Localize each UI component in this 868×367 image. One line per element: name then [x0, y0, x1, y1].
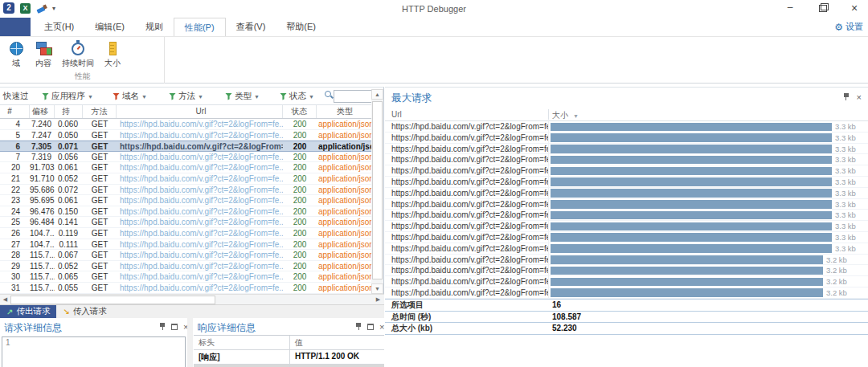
request-row[interactable]: 31115.7...0.055GEThttps://hpd.baidu.com/…	[0, 283, 372, 294]
cell-offset: 96.476	[30, 206, 55, 217]
search-input[interactable]	[334, 90, 374, 103]
pin-icon[interactable]	[843, 93, 850, 101]
cell-size: 3.2 kb	[548, 287, 868, 298]
request-row[interactable]: 28115.7...0.067GEThttps://hpd.baidu.com/…	[0, 250, 372, 261]
request-row[interactable]: 26104.7...0.119GEThttps://hpd.baidu.com/…	[0, 228, 372, 239]
largest-request-row[interactable]: https://hpd.baidu.com/v.gif?ct=2&logFrom…	[385, 232, 868, 243]
largest-request-row[interactable]: https://hpd.baidu.com/v.gif?ct=2&logFrom…	[385, 276, 868, 287]
column-header-4[interactable]: Url	[117, 105, 283, 118]
column-header-1[interactable]: 偏移	[30, 105, 55, 118]
largest-request-row[interactable]: https://hpd.baidu.com/v.gif?ct=2&logFrom…	[385, 177, 868, 188]
scroll-left-icon[interactable]: ◀	[0, 295, 10, 304]
file-menu-button[interactable]	[0, 18, 31, 36]
largest-request-row[interactable]: https://hpd.baidu.com/v.gif?ct=2&logFrom…	[385, 199, 868, 210]
column-header-6[interactable]: 类型	[317, 105, 372, 118]
ribbon-button-2[interactable]: 持续时间	[59, 39, 96, 71]
request-row[interactable]: 2395.6950.061GEThttps://hpd.baidu.com/v.…	[0, 195, 372, 206]
largest-request-row[interactable]: https://hpd.baidu.com/v.gif?ct=2&logFrom…	[385, 121, 868, 133]
largest-request-row[interactable]: https://hpd.baidu.com/v.gif?ct=2&logFrom…	[385, 154, 868, 165]
request-row[interactable]: 2091.7030.061GEThttps://hpd.baidu.com/v.…	[0, 162, 372, 173]
menu-tab-3[interactable]: 性能(P)	[174, 18, 226, 36]
close-icon[interactable]	[857, 94, 862, 100]
filter-button-4[interactable]: 状态	[280, 91, 314, 102]
column-header-2[interactable]: 持续...	[55, 105, 83, 118]
filter-button-0[interactable]: 应用程序	[42, 91, 93, 102]
request-row[interactable]: 67.3050.071GEThttps://hpd.baidu.com/v.gi…	[0, 141, 372, 152]
funnel-icon	[169, 93, 176, 100]
menu-tab-2[interactable]: 规则	[135, 18, 174, 36]
largest-request-row[interactable]: https://hpd.baidu.com/v.gif?ct=2&logFrom…	[385, 133, 868, 144]
largest-request-row[interactable]: https://hpd.baidu.com/v.gif?ct=2&logFrom…	[385, 210, 868, 221]
column-header-5[interactable]: 状态	[283, 105, 317, 118]
request-row[interactable]: 30115.7...0.065GEThttps://hpd.baidu.com/…	[0, 271, 372, 283]
maximize-icon[interactable]	[367, 324, 374, 330]
request-row[interactable]: 2295.6860.072GEThttps://hpd.baidu.com/v.…	[0, 185, 372, 196]
response-header-row[interactable]: [响应]HTTP/1.1 200 OK	[194, 350, 384, 365]
restore-icon[interactable]	[817, 2, 828, 14]
filter-button-2[interactable]: 方法	[169, 91, 203, 102]
tab-outgoing-requests[interactable]: 传出请求	[0, 305, 56, 318]
request-row[interactable]: 27104.7...0.111GEThttps://hpd.baidu.com/…	[0, 239, 372, 251]
cell-method: GET	[83, 228, 117, 239]
request-row[interactable]: 57.2470.050GEThttps://hpd.baidu.com/v.gi…	[0, 130, 372, 141]
vertical-scrollbar[interactable]: ▲ ▼	[371, 89, 383, 294]
size-label: 3.2 kb	[826, 255, 847, 266]
request-details-content[interactable]: 1	[2, 336, 186, 367]
request-row[interactable]: 77.3190.056GEThttps://hpd.baidu.com/v.gi…	[0, 152, 372, 163]
vertical-scroll-thumb[interactable]	[372, 101, 383, 279]
scroll-right-icon[interactable]: ▶	[373, 295, 383, 304]
cell-size: 3.3 kb	[548, 154, 868, 165]
scroll-down-icon[interactable]: ▼	[371, 283, 383, 294]
menu-tab-5[interactable]: 帮助(E)	[276, 18, 326, 36]
request-row[interactable]: 29115.7...0.052GEThttps://hpd.baidu.com/…	[0, 261, 372, 272]
request-row[interactable]: 2596.4840.141GEThttps://hpd.baidu.com/v.…	[0, 217, 372, 228]
cell-url: https://hpd.baidu.com/v.gif?ct=2&logFrom…	[385, 255, 548, 265]
minimize-icon[interactable]	[784, 2, 796, 14]
ribbon-button-0[interactable]: 域	[5, 39, 27, 71]
column-header-3[interactable]: 方法	[83, 105, 117, 118]
pin-icon[interactable]	[355, 323, 362, 331]
http-debugger-window: HTTP Debugger 主页(H)编辑(E)规则性能(P)查看(V)帮助(E…	[0, 0, 868, 367]
largest-request-row[interactable]: https://hpd.baidu.com/v.gif?ct=2&logFrom…	[385, 165, 868, 177]
filter-button-3[interactable]: 类型	[225, 91, 260, 102]
largest-request-row[interactable]: https://hpd.baidu.com/v.gif?ct=2&logFrom…	[385, 243, 868, 255]
request-row[interactable]: 2496.4760.150GEThttps://hpd.baidu.com/v.…	[0, 206, 372, 218]
cell-size: 3.2 kb	[548, 255, 868, 265]
menu-tab-0[interactable]: 主页(H)	[34, 18, 84, 36]
main-area: 快速过 应用程序域名方法类型状态 #偏移持续...方法Url状态类型 47.24…	[0, 87, 868, 367]
settings-button[interactable]: 设置	[834, 21, 863, 33]
tab-incoming-requests[interactable]: 传入请求	[56, 305, 113, 318]
largest-request-row[interactable]: https://hpd.baidu.com/v.gif?ct=2&logFrom…	[385, 188, 868, 199]
scroll-up-icon[interactable]: ▲	[371, 89, 383, 100]
request-row[interactable]: 47.2400.060GEThttps://hpd.baidu.com/v.gi…	[0, 119, 372, 130]
size-column-header[interactable]: 大小	[552, 110, 579, 121]
search-icon	[325, 91, 331, 97]
size-label: 3.3 kb	[835, 188, 856, 199]
filter-button-1[interactable]: 域名	[113, 91, 147, 102]
close-icon[interactable]	[849, 2, 860, 14]
cell-type: application/json	[317, 250, 372, 260]
size-label: 3.3 kb	[835, 199, 856, 210]
horizontal-scrollbar[interactable]: ◀ ▶	[0, 294, 384, 304]
url-column-header[interactable]: Url	[391, 110, 402, 119]
cell-num: 24	[0, 206, 30, 217]
menu-tab-1[interactable]: 编辑(E)	[84, 18, 135, 36]
request-row[interactable]: 2191.7100.052GEThttps://hpd.baidu.com/v.…	[0, 173, 372, 185]
largest-request-row[interactable]: https://hpd.baidu.com/v.gif?ct=2&logFrom…	[385, 144, 868, 155]
largest-request-row[interactable]: https://hpd.baidu.com/v.gif?ct=2&logFrom…	[385, 287, 868, 299]
menu-tab-4[interactable]: 查看(V)	[226, 18, 276, 36]
panel-divider[interactable]	[187, 318, 193, 367]
column-header-0[interactable]: #	[0, 105, 30, 118]
maximize-icon[interactable]	[171, 324, 178, 330]
largest-request-row[interactable]: https://hpd.baidu.com/v.gif?ct=2&logFrom…	[385, 265, 868, 276]
pin-icon[interactable]	[159, 323, 166, 331]
close-icon[interactable]	[379, 324, 384, 330]
ribbon-button-1[interactable]: 内容	[32, 39, 55, 71]
horizontal-scroll-thumb[interactable]	[10, 296, 215, 304]
cell-size: 3.3 kb	[548, 232, 868, 243]
ribbon-button-3[interactable]: 大小	[101, 39, 124, 71]
largest-request-row[interactable]: https://hpd.baidu.com/v.gif?ct=2&logFrom…	[385, 255, 868, 266]
cell-duration: 0.055	[55, 283, 83, 293]
cell-method: GET	[83, 173, 117, 184]
largest-request-row[interactable]: https://hpd.baidu.com/v.gif?ct=2&logFrom…	[385, 221, 868, 232]
